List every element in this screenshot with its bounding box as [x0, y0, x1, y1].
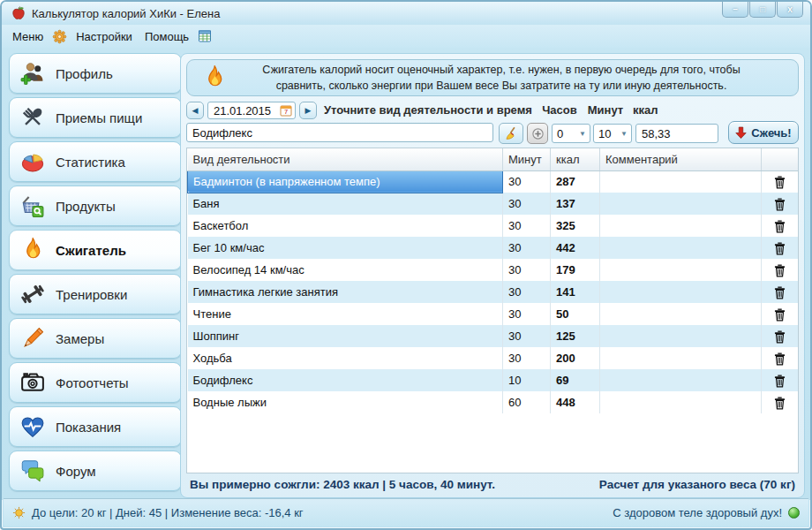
sidebar-item-vitals[interactable]: Показания	[9, 406, 182, 447]
col-header-minutes[interactable]: Минут	[503, 148, 551, 170]
comment-cell	[600, 237, 762, 259]
trash-icon	[774, 264, 786, 277]
activity-input[interactable]	[186, 123, 493, 142]
col-header-kcal[interactable]: ккал	[551, 148, 600, 170]
activity-cell[interactable]: Бодифлекс	[188, 369, 503, 391]
sidebar-item-meals[interactable]: Приемы пищи	[9, 97, 182, 138]
maximize-button[interactable]: □	[749, 2, 776, 18]
menu-item-menu[interactable]: Меню	[12, 30, 43, 43]
activity-caption: Уточните вид деятельности и время	[324, 103, 532, 117]
activity-cell[interactable]: Велосипед 14 км/час	[188, 259, 503, 281]
minutes-cell: 30	[503, 303, 551, 325]
minutes-cell: 30	[503, 325, 551, 347]
next-day-button[interactable]: ▶	[299, 102, 317, 119]
activity-row[interactable]: Велосипед 14 км/час30179	[188, 259, 799, 281]
hours-select[interactable]: 0 ▼	[552, 124, 590, 143]
activity-row[interactable]: Гимнастика легкие занятия30141	[188, 281, 799, 303]
sidebar-item-statistics[interactable]: Статистика	[9, 141, 182, 182]
activity-cell[interactable]: Водные лыжи	[188, 391, 503, 413]
sidebar-item-label: Форум	[56, 464, 96, 479]
sidebar-item-label: Профиль	[56, 66, 113, 81]
minutes-cell: 10	[503, 369, 551, 391]
hours-value: 0	[557, 127, 563, 140]
kcal-input[interactable]	[635, 124, 718, 143]
delete-row-button[interactable]	[774, 397, 786, 410]
delete-row-button[interactable]	[774, 220, 786, 233]
close-button[interactable]: x	[777, 2, 803, 18]
minutes-caption: Минут	[583, 103, 628, 117]
sidebar-item-photo-reports[interactable]: Фотоотчеты	[9, 362, 182, 403]
sidebar-item-measurements[interactable]: Замеры	[9, 318, 182, 359]
activity-row[interactable]: Бадминтон (в напряженном темпе)30287	[188, 170, 799, 193]
trash-icon	[774, 352, 786, 366]
activity-cell[interactable]: Ходьба	[188, 347, 503, 369]
minutes-cell: 30	[503, 170, 551, 193]
gear-icon[interactable]	[52, 29, 67, 44]
burn-button-label: Сжечь!	[751, 126, 791, 140]
trash-icon	[774, 286, 786, 299]
menu-item-help[interactable]: Помощь	[145, 30, 189, 43]
summary-bar: Вы примерно сожгли: 2403 ккал | 5 часов,…	[190, 478, 795, 491]
burner-panel: Сжигатель калорий носит оценочный характ…	[180, 53, 805, 498]
trash-icon	[774, 375, 786, 388]
date-picker[interactable]: 21.01.2015 7	[207, 102, 296, 119]
activity-row[interactable]: Шоппинг30125	[188, 325, 799, 347]
activity-row[interactable]: Чтение3050	[188, 303, 799, 325]
kcal-cell: 125	[551, 325, 600, 347]
delete-row-button[interactable]	[774, 375, 786, 388]
activity-cell[interactable]: Баня	[188, 193, 503, 215]
activity-row[interactable]: Ходьба30200	[188, 347, 799, 369]
add-activity-button[interactable]	[527, 123, 548, 144]
red-down-arrow-icon	[735, 126, 747, 140]
delete-row-button[interactable]	[774, 242, 786, 255]
sidebar-item-forum[interactable]: Форум	[9, 450, 182, 491]
spreadsheet-icon[interactable]	[198, 29, 213, 44]
delete-row-button[interactable]	[774, 286, 786, 299]
delete-row-button[interactable]	[774, 330, 786, 344]
activity-row[interactable]: Бег 10 км/час30442	[188, 237, 799, 259]
activity-cell[interactable]: Бег 10 км/час	[188, 237, 503, 259]
comment-cell	[600, 303, 762, 325]
sidebar-item-profile[interactable]: Профиль	[9, 53, 182, 94]
sidebar-item-workouts[interactable]: Тренировки	[9, 274, 182, 314]
activity-row[interactable]: Баня30137	[188, 193, 799, 215]
activity-row[interactable]: Водные лыжи60448	[188, 391, 799, 413]
col-header-comment[interactable]: Комментарий	[600, 148, 762, 170]
delete-row-button[interactable]	[774, 198, 786, 211]
burn-button[interactable]: Сжечь!	[728, 121, 799, 144]
col-header-activity[interactable]: Вид деятельности	[188, 148, 503, 170]
delete-row-button[interactable]	[774, 308, 786, 322]
activity-cell[interactable]: Шоппинг	[188, 325, 503, 347]
minutes-select[interactable]: 10 ▼	[593, 124, 632, 143]
trash-icon	[774, 242, 786, 255]
svg-text:7: 7	[284, 108, 288, 116]
minutes-cell: 60	[503, 391, 551, 413]
activity-cell[interactable]: Баскетбол	[188, 215, 503, 237]
activity-row[interactable]: Баскетбол30325	[188, 215, 799, 237]
kcal-cell: 442	[551, 237, 600, 259]
delete-cell	[761, 215, 798, 237]
kcal-caption: ккал	[633, 103, 658, 117]
table-header-row: Вид деятельности Минут ккал Комментарий	[188, 148, 799, 170]
delete-row-button[interactable]	[774, 352, 786, 366]
sidebar-item-products[interactable]: Продукты	[9, 186, 182, 226]
delete-row-button[interactable]	[774, 176, 786, 189]
prev-day-button[interactable]: ◀	[186, 102, 204, 119]
calendar-icon: 7	[280, 104, 292, 117]
activity-cell[interactable]: Бадминтон (в напряженном темпе)	[188, 170, 503, 193]
trash-icon	[774, 220, 786, 233]
delete-row-button[interactable]	[774, 264, 786, 277]
activity-row[interactable]: Бодифлекс1069	[188, 369, 799, 391]
app-window: Калькулятор калорий ХиКи - Елена – □ x М…	[0, 0, 812, 530]
comment-cell	[600, 193, 762, 215]
profile-icon	[19, 59, 47, 87]
menu-item-settings[interactable]: Настройки	[76, 30, 132, 43]
activity-cell[interactable]: Чтение	[188, 303, 503, 325]
sidebar-item-burner[interactable]: Сжигатель	[9, 230, 182, 270]
activity-cell[interactable]: Гимнастика легкие занятия	[188, 281, 503, 303]
menubar: Меню Настройки Помощь	[2, 25, 810, 48]
clear-button[interactable]	[499, 123, 523, 144]
stats-pie-icon	[19, 148, 47, 176]
comment-cell	[600, 369, 762, 391]
minimize-button[interactable]: –	[722, 2, 748, 18]
